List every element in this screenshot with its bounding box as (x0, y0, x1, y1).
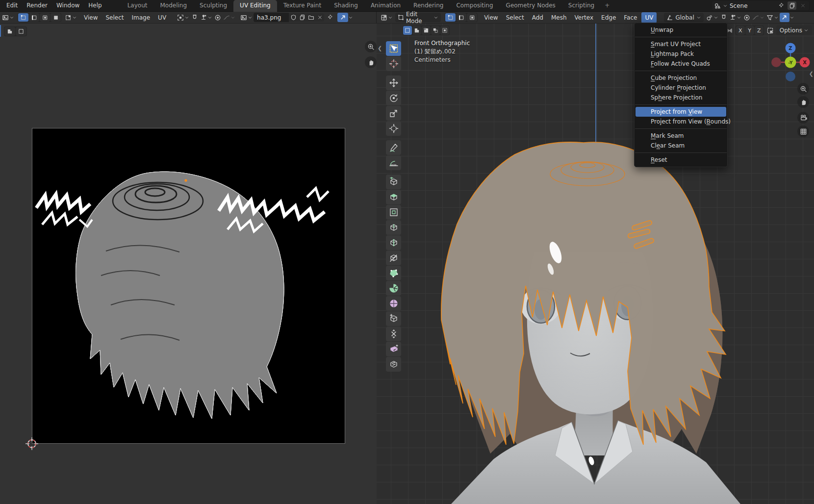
menu-uv[interactable]: UV (154, 12, 170, 23)
select-op-new-button[interactable] (4, 27, 15, 36)
character-model[interactable] (432, 140, 755, 504)
ortho-toggle-grid-icon[interactable] (797, 126, 809, 137)
new-image-button[interactable] (298, 13, 306, 22)
menu-edge[interactable]: Edge (598, 12, 619, 23)
select-op-invert-button[interactable] (431, 26, 440, 35)
falloff-dropdown[interactable] (222, 13, 236, 22)
workspace-tab-rendering[interactable]: Rendering (407, 0, 450, 12)
tool-scale[interactable] (386, 106, 401, 121)
workspace-tab-shading[interactable]: Shading (328, 0, 364, 12)
tool-edge-slide[interactable] (386, 311, 401, 326)
uv-select-island-button[interactable] (51, 13, 61, 22)
zoom-icon[interactable] (365, 41, 377, 52)
mode-dropdown[interactable]: Edit Mode (395, 13, 441, 22)
workspace-tab-scripting[interactable]: Scripting (562, 0, 601, 12)
unlink-scene-button[interactable] (798, 1, 807, 10)
menubar-item-render[interactable]: Render (22, 0, 52, 11)
tool-transform[interactable] (386, 121, 401, 136)
tool-spin[interactable] (386, 281, 401, 296)
mirror-y-button[interactable]: Y (745, 26, 754, 35)
tool-add-cube[interactable] (386, 175, 401, 189)
gizmo-negz-ball[interactable] (786, 72, 795, 81)
workspace-tab-modeling[interactable]: Modeling (153, 0, 193, 12)
uv-menu-item-mark-seam[interactable]: Mark Seam (636, 131, 726, 141)
workspace-tab-texture-paint[interactable]: Texture Paint (277, 0, 328, 12)
menu-view[interactable]: View (481, 12, 501, 23)
uv-menu-item-sphere-projection[interactable]: Sphere Projection (636, 93, 726, 102)
menu-select[interactable]: Select (102, 12, 127, 23)
editor-type-button[interactable] (380, 13, 394, 22)
select-op-extend-button[interactable] (16, 27, 26, 36)
snap-target-dropdown[interactable] (199, 13, 213, 22)
menu-uv[interactable]: UV (641, 12, 657, 23)
uv-menu-item-lightmap-pack[interactable]: Lightmap Pack (636, 49, 726, 59)
uv-select-vertex-button[interactable] (18, 13, 28, 22)
proportional-edit-toggle[interactable] (742, 13, 751, 22)
workspace-tab-compositing[interactable]: Compositing (450, 0, 499, 12)
uv-select-edge-button[interactable] (29, 13, 39, 22)
uv-menu-item-project-from-view[interactable]: Project from View (636, 107, 726, 117)
snapping-indicator-icon[interactable] (766, 27, 774, 34)
add-workspace-button[interactable]: + (601, 0, 613, 12)
tool-cursor[interactable] (386, 56, 401, 71)
snap-with-dropdown[interactable] (728, 13, 742, 22)
menu-view[interactable]: View (80, 12, 101, 23)
tool-smooth[interactable] (386, 296, 401, 311)
workspace-tab-layout[interactable]: Layout (121, 0, 154, 12)
uv-menu-item-project-from-view-bounds-[interactable]: Project from View (Bounds) (636, 117, 726, 126)
tool-shrink-fatten[interactable] (386, 327, 401, 341)
snap-toggle[interactable] (719, 13, 728, 22)
uv-menu-item-clear-seam[interactable]: Clear Seam (636, 141, 726, 151)
tool-rip-region[interactable] (386, 357, 401, 372)
uv-select-face-button[interactable] (40, 13, 50, 22)
pan-hand-icon[interactable] (365, 56, 377, 68)
uv-2d-cursor[interactable] (25, 437, 38, 450)
tool-inset-faces[interactable] (386, 205, 401, 220)
uv-menu-item-cube-projection[interactable]: Cube Projection (636, 73, 726, 83)
workspace-tab-animation[interactable]: Animation (364, 0, 407, 12)
uv-editor-canvas[interactable] (0, 24, 377, 504)
vertex-select-button[interactable] (445, 13, 456, 22)
snap-target-dropdown[interactable] (705, 13, 719, 22)
select-op-intersect-button[interactable] (440, 26, 449, 35)
editor-type-button[interactable] (1, 13, 15, 22)
mirror-x-button[interactable]: X (736, 26, 745, 35)
tool-poly-build[interactable] (386, 266, 401, 280)
gizmo-negx-ball[interactable] (771, 57, 781, 67)
open-image-folder-button[interactable] (306, 13, 315, 22)
uv-toolbar-sliver[interactable] (0, 25, 1, 37)
tool-move[interactable] (386, 76, 401, 90)
pan-hand-icon[interactable] (797, 96, 809, 108)
tool-loop-cut[interactable] (386, 235, 401, 250)
image-name-field[interactable]: ha3.png (254, 13, 289, 22)
menu-image[interactable]: Image (128, 12, 154, 23)
menubar-item-help[interactable]: Help (84, 0, 106, 11)
image-browse-dropdown[interactable] (239, 13, 254, 22)
sidebar-collapse-arrow[interactable]: ❮ (809, 71, 814, 77)
gizmos-toggle[interactable] (780, 13, 789, 22)
scene-selector[interactable]: Scene (712, 1, 809, 10)
edge-select-button[interactable] (456, 13, 466, 22)
workspace-tab-sculpting[interactable]: Sculpting (193, 0, 233, 12)
tool-bevel[interactable] (386, 220, 401, 235)
menu-add[interactable]: Add (529, 12, 547, 23)
snap-toggle[interactable] (190, 13, 199, 22)
navigation-gizmo[interactable]: Z X -Y (768, 40, 813, 85)
pin-icon[interactable] (777, 1, 786, 10)
camera-view-icon[interactable] (797, 112, 809, 124)
tool-shear[interactable] (386, 342, 401, 356)
menubar-item-edit[interactable]: Edit (2, 0, 22, 11)
toolbar-collapse-arrow[interactable]: ❮ (378, 45, 382, 51)
menubar-item-window[interactable]: Window (52, 0, 84, 11)
viewport-canvas[interactable]: ❮ Front Orthographic (1) 髪留め.002 Centime… (377, 24, 814, 504)
transform-orientation-dropdown[interactable]: Global (664, 13, 703, 22)
tool-rotate[interactable] (386, 91, 401, 105)
uv-menu-item-cylinder-projection[interactable]: Cylinder Projection (636, 83, 726, 93)
mirror-z-button[interactable]: Z (755, 26, 763, 35)
zoom-icon[interactable] (797, 83, 809, 95)
new-scene-button[interactable] (788, 1, 796, 10)
face-select-button[interactable] (467, 13, 477, 22)
pin-image-button[interactable] (326, 13, 334, 22)
uv-menu-item-smart-uv-project[interactable]: Smart UV Project (636, 39, 726, 49)
select-op-extend-button[interactable] (412, 26, 421, 35)
